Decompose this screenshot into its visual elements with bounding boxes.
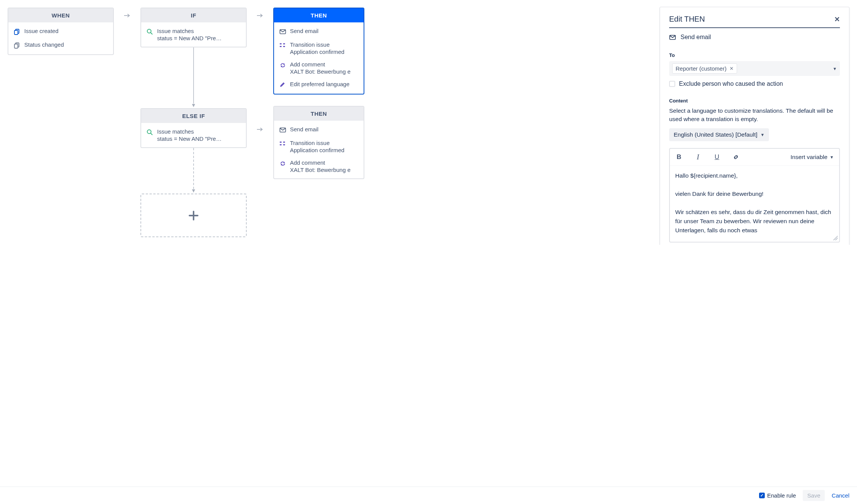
then-card-selected[interactable]: THEN Send email Transition issueApplicat… <box>273 8 364 94</box>
close-button[interactable]: ✕ <box>834 15 840 24</box>
refresh-icon <box>279 62 286 69</box>
mail-icon <box>279 127 286 134</box>
to-label: To <box>669 52 840 58</box>
exclude-checkbox[interactable] <box>669 81 675 87</box>
then-action-transition-issue[interactable]: Transition issueApplication confirmed <box>274 38 364 58</box>
panel-action-label: Send email <box>681 34 711 41</box>
connector-dashed: ▼ <box>140 148 247 194</box>
exclude-label: Exclude person who caused the action <box>679 80 783 87</box>
then-action-add-comment[interactable]: Add commentXALT Bot: Bewerbung e <box>274 58 364 78</box>
refresh-icon <box>279 160 286 167</box>
content-label: Content <box>669 98 840 104</box>
bold-button[interactable]: B <box>675 153 683 161</box>
clipboard-icon <box>14 28 20 35</box>
then-header: THEN <box>274 8 364 22</box>
then2-action-send-email[interactable]: Send email <box>274 123 364 137</box>
elseif-card[interactable]: ELSE IF Issue matches status = New AND "… <box>140 108 247 148</box>
plus-icon <box>188 210 199 221</box>
search-icon <box>147 129 153 136</box>
mail-icon <box>279 28 286 35</box>
chevron-down-icon: ▼ <box>833 66 837 71</box>
when-trigger-issue-created[interactable]: Issue created <box>8 25 113 38</box>
add-branch-button[interactable] <box>140 194 247 237</box>
chevron-down-icon: ▼ <box>830 155 834 159</box>
transition-icon <box>279 140 286 147</box>
link-button[interactable] <box>732 153 740 161</box>
link-icon <box>733 154 739 161</box>
then2-action-transition-issue[interactable]: Transition issueApplication confirmed <box>274 137 364 156</box>
edit-then-panel: Edit THEN ✕ Send email To Reporter (cust… <box>660 7 849 245</box>
language-select[interactable]: English (United States) [Default] ▼ <box>669 128 769 141</box>
if-condition-issue-matches[interactable]: Issue matches status = New AND "Pre… <box>141 25 246 44</box>
search-icon <box>147 28 153 35</box>
if-header: IF <box>141 8 246 22</box>
then-header-2: THEN <box>274 107 364 121</box>
mail-icon <box>669 34 676 41</box>
chevron-down-icon: ▼ <box>761 132 765 137</box>
panel-title: Edit THEN <box>669 15 705 24</box>
content-editor: B I U Insert variable ▼ Hallo ${recipien… <box>669 148 840 243</box>
connector: ▼ <box>140 47 247 108</box>
pencil-icon <box>279 82 286 88</box>
clipboard-icon <box>14 42 20 49</box>
if-card[interactable]: IF Issue matches status = New AND "Pre… <box>140 8 247 47</box>
exclude-checkbox-row[interactable]: Exclude person who caused the action <box>669 80 840 87</box>
elseif-header: ELSE IF <box>141 109 246 123</box>
underline-button[interactable]: U <box>713 153 721 161</box>
when-header: WHEN <box>8 8 113 22</box>
arrow-icon <box>254 8 266 21</box>
then-action-send-email[interactable]: Send email <box>274 25 364 38</box>
remove-chip-button[interactable]: ✕ <box>729 66 734 71</box>
then2-action-add-comment[interactable]: Add commentXALT Bot: Bewerbung e <box>274 156 364 176</box>
content-description: Select a language to customize translati… <box>669 107 840 124</box>
elseif-condition-issue-matches[interactable]: Issue matches status = New AND "Pre… <box>141 125 246 145</box>
then-card-2[interactable]: THEN Send email Transition issueApplicat… <box>273 106 364 179</box>
arrow-icon <box>254 121 266 135</box>
insert-variable-button[interactable]: Insert variable ▼ <box>791 154 834 161</box>
panel-action-row: Send email <box>669 33 840 41</box>
italic-button[interactable]: I <box>694 153 702 161</box>
to-select[interactable]: Reporter (customer) ✕ ▼ <box>669 61 840 76</box>
then-action-edit-language[interactable]: Edit preferred language <box>274 78 364 91</box>
arrow-icon <box>121 8 133 21</box>
when-card[interactable]: WHEN Issue created Status changed <box>8 8 114 55</box>
transition-icon <box>279 42 286 49</box>
when-trigger-status-changed[interactable]: Status changed <box>8 38 113 52</box>
editor-textarea[interactable]: Hallo ${recipient.name}, vielen Dank für… <box>670 166 839 242</box>
resize-handle[interactable] <box>833 236 838 240</box>
to-chip: Reporter (customer) ✕ <box>672 63 737 74</box>
